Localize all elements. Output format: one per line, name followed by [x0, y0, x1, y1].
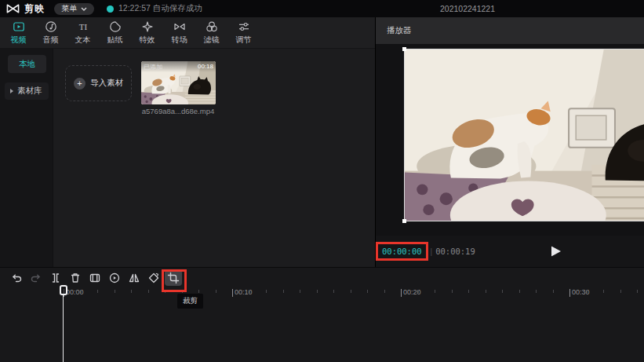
player-panel-title: 播放器 [387, 25, 412, 36]
ruler-minor-tick [620, 290, 621, 293]
frame-handle-top-left[interactable] [402, 47, 406, 51]
media-tabstrip: 视频 音频 TI 文本 贴纸 特效 [0, 17, 375, 49]
ruler-minor-tick [468, 290, 469, 293]
import-material-button[interactable]: + 导入素材 [65, 65, 132, 101]
tab-filter[interactable]: 滤镜 [195, 17, 227, 48]
split-button[interactable] [47, 269, 64, 286]
ruler-minor-tick [165, 290, 166, 293]
crop-button[interactable] [165, 269, 182, 286]
player-controls: 00:00:00 | 00:00:19 [376, 236, 644, 267]
ruler-minor-tick [115, 290, 115, 293]
ruler-minor-tick [81, 290, 82, 293]
tab-label: 滤镜 [204, 35, 220, 46]
effects-icon [141, 20, 154, 33]
ruler-minor-tick [97, 290, 98, 293]
mirror-button[interactable] [126, 269, 143, 286]
ruler-minor-tick [637, 290, 638, 293]
play-icon [551, 247, 561, 257]
ruler-minor-tick [486, 290, 486, 293]
frame-handle-bottom-left[interactable] [402, 219, 406, 223]
clip-duration-badge: 00:18 [198, 63, 213, 70]
ruler-minor-tick [536, 290, 537, 293]
ruler-minor-tick [249, 290, 250, 293]
timeline-section: 裁剪 00:0000:1000:2000:30 [0, 267, 644, 362]
ruler-minor-tick [553, 290, 554, 293]
player-video-area [376, 44, 644, 236]
play-button[interactable] [551, 247, 561, 257]
ruler-major-tick [401, 289, 402, 297]
ruler-minor-tick [317, 290, 318, 293]
tab-transition[interactable]: 转场 [163, 17, 195, 48]
sticker-icon [109, 20, 122, 33]
timeline-ruler[interactable]: 00:0000:1000:2000:30 [0, 287, 644, 299]
tab-label: 贴纸 [107, 35, 123, 46]
ruler-minor-tick [367, 290, 368, 293]
player-header: 播放器 [376, 17, 644, 44]
reverse-button[interactable] [106, 269, 123, 286]
reverse-icon [108, 272, 121, 284]
ruler-minor-tick [351, 290, 351, 293]
rotate-button[interactable] [145, 269, 162, 286]
crop-icon [167, 272, 180, 284]
ruler-minor-tick [502, 290, 503, 293]
project-title: 202102241221 [440, 0, 495, 17]
tab-label: 特效 [140, 35, 155, 46]
ruler-minor-tick [182, 290, 183, 293]
clip-filename: a5769a8a...d68e.mp4 [126, 107, 230, 115]
autosave-status-dot-icon [107, 5, 114, 13]
adjust-icon [238, 20, 250, 33]
audio-icon [45, 20, 57, 33]
ruler-minor-tick [452, 290, 453, 293]
ruler-minor-tick [266, 290, 267, 293]
playhead-handle[interactable] [60, 285, 67, 295]
video-frame[interactable] [404, 49, 644, 221]
svg-text:TI: TI [78, 21, 87, 31]
tab-label: 文本 [75, 35, 91, 46]
video-icon [13, 20, 25, 33]
ruler-minor-tick [198, 290, 199, 293]
rotate-icon [147, 272, 160, 284]
tab-text[interactable]: TI 文本 [67, 17, 99, 48]
tab-effects[interactable]: 特效 [131, 17, 163, 48]
media-section: 视频 音频 TI 文本 贴纸 特效 [0, 17, 375, 267]
ruler-minor-tick [333, 290, 334, 293]
menu-button[interactable]: 菜单 [54, 3, 94, 15]
app-logo-icon [6, 3, 20, 14]
current-time: 00:00:00 [382, 247, 422, 256]
ruler-minor-tick [148, 290, 149, 293]
transition-icon [173, 20, 186, 33]
sidebar-item-library[interactable]: 素材库 [5, 82, 49, 100]
tab-video[interactable]: 视频 [2, 17, 35, 48]
ruler-minor-tick [519, 290, 520, 293]
chevron-down-icon [81, 7, 87, 11]
total-time: 00:00:19 [435, 247, 475, 256]
freeze-frame-icon [89, 272, 101, 284]
tab-label: 视频 [11, 35, 27, 46]
freeze-frame-button[interactable] [86, 269, 104, 286]
sidebar-item-local[interactable]: 本地 [8, 55, 46, 73]
ruler-minor-tick [435, 290, 435, 293]
media-clip-thumbnail[interactable]: 已添加 00:18 [141, 61, 216, 104]
ruler-minor-tick [587, 290, 588, 293]
ruler-minor-tick [603, 290, 604, 293]
topbar: 剪映 菜单 12:22:57 自动保存成功 202102241221 [0, 0, 644, 17]
clip-added-badge: 已添加 [144, 63, 162, 71]
sidebar-item-label: 素材库 [17, 86, 42, 97]
ruler-minor-tick [131, 290, 132, 293]
text-icon: TI [77, 20, 89, 33]
ruler-minor-tick [216, 290, 216, 293]
tab-audio[interactable]: 音频 [35, 17, 67, 48]
ruler-minor-tick [384, 290, 385, 293]
autosave-status: 12:22:57 自动保存成功 [107, 3, 202, 14]
redo-icon [30, 272, 42, 284]
tab-sticker[interactable]: 贴纸 [99, 17, 131, 48]
media-grid: + 导入素材 已添加 00:18 a5769a8a...d68e.mp4 [54, 49, 375, 267]
tab-label: 音频 [43, 35, 59, 46]
plus-icon: + [74, 78, 86, 90]
expand-arrow-icon [10, 89, 13, 93]
delete-button[interactable] [67, 269, 84, 286]
ruler-major-tick [569, 289, 570, 297]
tab-adjust[interactable]: 调节 [227, 17, 260, 48]
redo-button[interactable] [27, 269, 45, 286]
undo-button[interactable] [8, 269, 25, 286]
